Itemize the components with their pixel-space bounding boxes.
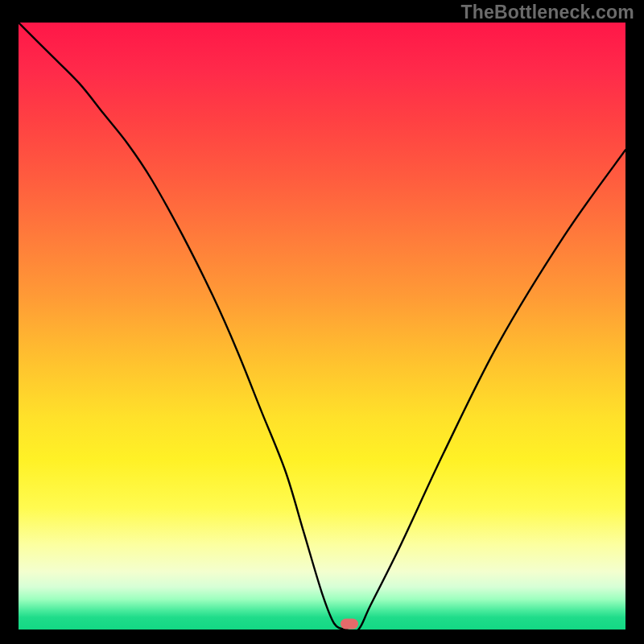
bottleneck-curve [19, 23, 625, 630]
chart-frame: TheBottleneck.com [0, 0, 644, 644]
watermark-label: TheBottleneck.com [460, 2, 634, 23]
minimum-marker [341, 619, 358, 630]
plot-area [19, 23, 625, 630]
